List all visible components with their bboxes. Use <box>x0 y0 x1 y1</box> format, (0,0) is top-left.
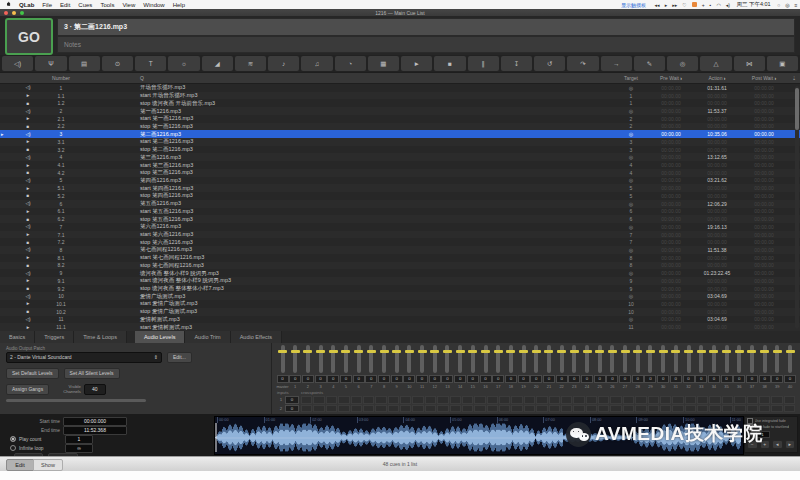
cue-row-4[interactable]: ◁)4第三画1216.mp3◎00:00.0013:12.6500:00.00 <box>0 153 800 161</box>
toolbar-reset-cue-button[interactable]: ↺ <box>534 56 565 71</box>
fader-handle[interactable] <box>735 350 744 353</box>
header-number[interactable]: Number <box>46 75 76 81</box>
fader-track[interactable] <box>382 345 386 373</box>
toolbar-light-cue-button[interactable]: ☼ <box>168 56 199 71</box>
menu-item-help[interactable]: Help <box>169 2 189 8</box>
fader-value[interactable]: 0 <box>695 375 707 383</box>
fader-track[interactable] <box>648 345 652 373</box>
fader-handle[interactable] <box>430 350 439 353</box>
header-target[interactable]: Target <box>614 75 648 81</box>
input-method-indicator[interactable]: 显示触摸板 <box>621 2 646 8</box>
menu-item-edit[interactable]: Edit <box>56 2 74 8</box>
toolbar-midi-file-cue-button[interactable]: ♫ <box>301 56 332 71</box>
menu-item-cues[interactable]: Cues <box>74 2 96 8</box>
fader-value[interactable]: 0 <box>378 375 390 383</box>
fader-channel-18[interactable]: 018 <box>505 345 516 389</box>
cue-list-scrollbar[interactable] <box>795 86 799 329</box>
fader-track[interactable] <box>610 345 614 373</box>
fader-track[interactable] <box>725 345 729 373</box>
crosspoint-cell[interactable] <box>524 405 535 413</box>
cue-row-5.1[interactable]: ►5.1start 第四画1216.mp3500:00.0000:00.0000… <box>0 184 800 192</box>
crosspoint-cell[interactable] <box>573 405 584 413</box>
toolbar-script-cue-button[interactable]: ✎ <box>634 56 665 71</box>
cue-row-8[interactable]: ◁)8第七画回程1216.mp3◎00:00.0011:51.3800:00.0… <box>0 246 800 254</box>
fader-channel-19[interactable]: 019 <box>518 345 529 389</box>
fader-track[interactable] <box>509 345 513 373</box>
crosspoint-cell[interactable] <box>351 396 362 404</box>
toolbar-target-cue-button[interactable]: ◎ <box>667 56 698 71</box>
toolbar-fade-cue-button[interactable]: ◢ <box>202 56 233 71</box>
fader-handle[interactable] <box>786 350 795 353</box>
toolbar-midi-cue-button[interactable]: ♪ <box>268 56 299 71</box>
cue-row-4.2[interactable]: ■4.2stop 第三画1216.mp3400:00.0000:00.0000:… <box>0 169 800 177</box>
cue-row-5[interactable]: ◁)5第四画1216.mp3◎00:00.0003:21.6200:00.00 <box>0 177 800 185</box>
fader-channel-12[interactable]: 012 <box>429 345 440 389</box>
fader-value[interactable]: 0 <box>454 375 466 383</box>
fader-channel-9[interactable]: 09 <box>391 345 402 389</box>
fader-track[interactable] <box>331 345 335 373</box>
fader-channel-17[interactable]: 017 <box>493 345 504 389</box>
fader-channel-31[interactable]: 031 <box>670 345 681 389</box>
fader-value[interactable]: 0 <box>441 375 453 383</box>
fader-handle[interactable] <box>341 350 350 353</box>
fader-value[interactable]: 0 <box>784 375 796 383</box>
crosspoint-cell[interactable] <box>326 405 337 413</box>
fader-track[interactable] <box>674 345 678 373</box>
fader-value[interactable]: 0 <box>644 375 656 383</box>
crosspoint-cell[interactable] <box>561 405 572 413</box>
fader-channel-23[interactable]: 023 <box>569 345 580 389</box>
fader-channel-14[interactable]: 014 <box>455 345 466 389</box>
crosspoint-cell[interactable] <box>561 396 572 404</box>
fader-track[interactable] <box>636 345 640 373</box>
fader-channel-39[interactable]: 039 <box>772 345 783 389</box>
fader-channel-16[interactable]: 016 <box>480 345 491 389</box>
fader-track[interactable] <box>623 345 627 373</box>
menu-item-file[interactable]: File <box>38 2 56 8</box>
start-time-field[interactable]: 00:00.000 <box>63 417 127 426</box>
crosspoint-cell[interactable] <box>338 396 349 404</box>
fader-handle[interactable] <box>671 350 680 353</box>
crosspoint-cell[interactable] <box>549 396 560 404</box>
cue-row-4.1[interactable]: ►4.1start 第三画1216.mp3400:00.0000:00.0000… <box>0 161 800 169</box>
fader-handle[interactable] <box>532 350 541 353</box>
fader-channel-38[interactable]: 038 <box>759 345 770 389</box>
toolbar-pause-cue-button[interactable]: ∥ <box>468 56 499 71</box>
fader-track[interactable] <box>281 345 285 373</box>
fader-handle[interactable] <box>481 350 490 353</box>
fader-value[interactable]: 0 <box>492 375 504 383</box>
fader-channel-27[interactable]: 027 <box>620 345 631 389</box>
cue-row-1[interactable]: ◁)1开场音乐循环.mp3◎00:00.0001:31.6100:00.00 <box>0 84 800 92</box>
fader-handle[interactable] <box>405 350 414 353</box>
header-action[interactable]: Action › <box>694 75 740 81</box>
crosspoint-cell[interactable] <box>771 396 782 404</box>
crosspoint-cell[interactable] <box>598 396 609 404</box>
fader-track[interactable] <box>395 345 399 373</box>
infinite-loop-radio[interactable] <box>10 445 16 451</box>
input-level[interactable]: 0 <box>285 405 299 413</box>
toolbar-text-cue-button[interactable]: T <box>135 56 166 71</box>
fader-track[interactable] <box>775 345 779 373</box>
nudge-left-icon[interactable]: ◂ <box>772 440 783 449</box>
fader-channel-36[interactable]: 036 <box>734 345 745 389</box>
menu-item-view[interactable]: View <box>118 2 139 8</box>
fader-handle[interactable] <box>697 350 706 353</box>
fader-track[interactable] <box>306 345 310 373</box>
toolbar-arm-cue-button[interactable]: △ <box>700 56 731 71</box>
fader-handle[interactable] <box>278 350 287 353</box>
menu-item-tools[interactable]: Tools <box>96 2 118 8</box>
fader-value[interactable]: 0 <box>543 375 555 383</box>
fader-value[interactable]: 0 <box>416 375 428 383</box>
control-center-icon[interactable]: ≡ <box>795 2 798 8</box>
crosspoint-cell[interactable] <box>784 396 795 404</box>
fader-channel-master[interactable]: 0master <box>277 345 288 389</box>
fader-handle[interactable] <box>684 350 693 353</box>
fader-value[interactable]: 0 <box>403 375 415 383</box>
fader-track[interactable] <box>572 345 576 373</box>
crosspoint-cell[interactable] <box>759 405 770 413</box>
fader-handle[interactable] <box>557 350 566 353</box>
fader-channel-26[interactable]: 026 <box>607 345 618 389</box>
crosspoint-cell[interactable] <box>462 405 473 413</box>
fader-track[interactable] <box>598 345 602 373</box>
header-post-wait[interactable]: Post Wait › <box>740 75 788 81</box>
crosspoint-cell[interactable] <box>685 396 696 404</box>
